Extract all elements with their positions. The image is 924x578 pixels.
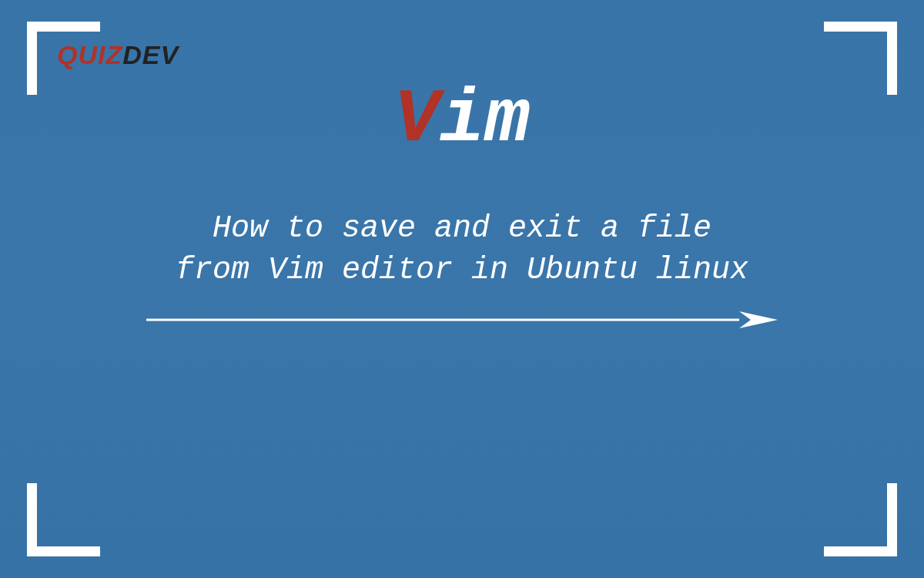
logo-text-dev: DEV (122, 40, 179, 69)
article-title: How to save and exit a file from Vim edi… (0, 208, 924, 291)
main-heading: Vim (0, 77, 924, 163)
subtitle-line-2: from Vim editor in Ubuntu linux (0, 250, 924, 291)
logo-text-quiz: QUIZ (57, 40, 122, 69)
heading-first-letter: V (394, 77, 440, 163)
corner-bracket-bottom-left (27, 483, 100, 556)
site-logo: QUIZDEV (57, 40, 179, 70)
arrow-divider-icon (146, 308, 778, 331)
subtitle-line-1: How to save and exit a file (0, 208, 924, 250)
heading-rest: im (440, 77, 531, 163)
svg-marker-1 (739, 311, 778, 328)
corner-bracket-bottom-right (824, 483, 897, 556)
